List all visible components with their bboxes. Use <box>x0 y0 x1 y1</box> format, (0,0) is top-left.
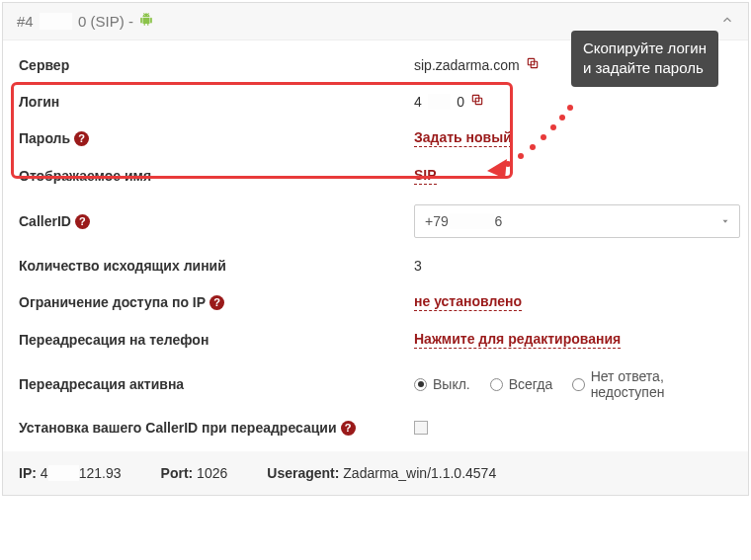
tooltip-line2: и задайте пароль <box>583 58 707 78</box>
footer-ip-prefix: 4 <box>37 465 48 481</box>
panel-body: Скопируйте логин и задайте пароль Сервер… <box>3 40 748 495</box>
sip-panel: #4____0 (SIP) - Скопируйте логин и задай… <box>2 2 749 496</box>
radio-dot-icon <box>414 378 427 391</box>
copy-login-icon[interactable] <box>470 93 484 110</box>
footer-ip-label: IP: <box>19 465 37 481</box>
radio-label-always: Всегда <box>509 376 553 392</box>
callerid-selected-suffix: 6 <box>494 213 502 229</box>
label-own-callerid: Установка вашего CallerID при переадреса… <box>19 420 337 436</box>
footer-port-label: Port: <box>161 465 194 481</box>
label-ip-restriction: Ограничение доступа по IP <box>19 294 206 310</box>
label-outgoing-lines: Количество исходящих линий <box>19 258 414 274</box>
hint-tooltip: Скопируйте логин и задайте пароль <box>571 31 718 87</box>
help-password-icon[interactable]: ? <box>74 131 89 146</box>
value-login-prefix: 4 <box>414 94 422 110</box>
tooltip-line1: Скопируйте логин <box>583 39 707 58</box>
title-prefix: #4 <box>17 13 34 30</box>
radio-option-always[interactable]: Всегда <box>490 376 553 392</box>
footer-ip: IP: 4____121.93 <box>19 465 122 481</box>
panel-footer: IP: 4____121.93 Port: 1026 Useragent: Za… <box>3 451 748 495</box>
row-own-callerid: Установка вашего CallerID при переадреса… <box>3 410 748 445</box>
title-suffix: 0 (SIP) - <box>78 13 133 30</box>
own-callerid-checkbox[interactable] <box>414 421 428 435</box>
label-login: Логин <box>19 94 414 110</box>
footer-ua-label: Useragent: <box>267 465 339 481</box>
footer-ua-value: Zadarma_win/1.1.0.4574 <box>339 465 496 481</box>
value-login-suffix: 0 <box>457 94 464 110</box>
callerid-selected-hidden: ______ <box>449 213 495 229</box>
row-password: Пароль ? Задать новый <box>3 120 748 157</box>
radio-option-noanswer[interactable]: Нет ответа, недоступен <box>572 368 732 400</box>
forward-phone-link[interactable]: Нажмите для редактирования <box>414 331 621 349</box>
radio-label-off: Выкл. <box>433 376 470 392</box>
footer-useragent: Useragent: Zadarma_win/1.1.0.4574 <box>267 465 496 481</box>
radio-dot-icon <box>572 378 584 391</box>
label-forward-active: Переадресация активна <box>19 376 414 392</box>
value-outgoing-lines: 3 <box>414 258 422 274</box>
label-password: Пароль <box>19 130 70 146</box>
callerid-select[interactable]: +79______6 <box>414 204 740 238</box>
row-callerid: CallerID ? +79______6 <box>3 195 748 248</box>
row-login: Логин 4___0 <box>3 83 748 120</box>
radio-label-noanswer: Нет ответа, недоступен <box>591 368 732 400</box>
value-server: sip.zadarma.com <box>414 57 520 73</box>
title-hidden: ____ <box>40 13 72 30</box>
copy-server-icon[interactable] <box>526 56 540 73</box>
value-login-hidden: ___ <box>428 94 451 110</box>
row-outgoing-lines: Количество исходящих линий 3 <box>3 248 748 283</box>
label-display-name: Отображаемое имя <box>19 168 414 184</box>
help-own-callerid-icon[interactable]: ? <box>341 421 356 436</box>
footer-ip-suffix: 121.93 <box>79 465 122 481</box>
row-display-name: Отображаемое имя SIP <box>3 157 748 195</box>
android-icon <box>139 13 153 30</box>
row-ip-restriction: Ограничение доступа по IP ? не установле… <box>3 283 748 321</box>
display-name-link[interactable]: SIP <box>414 167 437 185</box>
panel-title: #4____0 (SIP) - <box>17 13 153 30</box>
label-forward-phone: Переадресация на телефон <box>19 332 414 348</box>
footer-port-value: 1026 <box>193 465 227 481</box>
callerid-selected-prefix: +79 <box>425 213 449 229</box>
label-server: Сервер <box>19 57 414 73</box>
row-forward-phone: Переадресация на телефон Нажмите для ред… <box>3 321 748 359</box>
ip-restriction-link[interactable]: не установлено <box>414 293 522 311</box>
help-ip-restriction-icon[interactable]: ? <box>209 295 224 310</box>
footer-port: Port: 1026 <box>161 465 228 481</box>
set-password-link[interactable]: Задать новый <box>414 129 512 147</box>
collapse-chevron-icon[interactable] <box>720 13 734 30</box>
radio-dot-icon <box>490 378 503 391</box>
help-callerid-icon[interactable]: ? <box>75 214 90 229</box>
forward-active-radio-group: Выкл. Всегда Нет ответа, недоступен <box>414 368 732 400</box>
row-forward-active: Переадресация активна Выкл. Всегда Нет о… <box>3 359 748 410</box>
footer-ip-hidden: ____ <box>48 465 79 481</box>
label-callerid: CallerID <box>19 213 71 229</box>
radio-option-off[interactable]: Выкл. <box>414 376 470 392</box>
